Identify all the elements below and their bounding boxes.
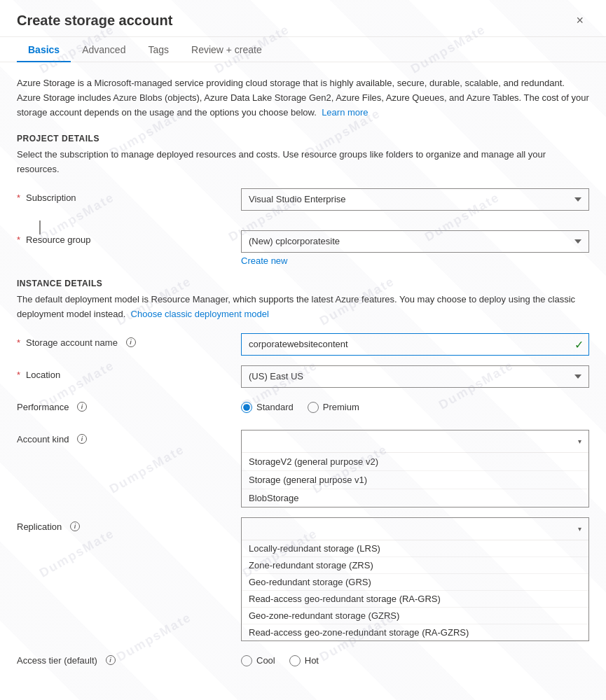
- location-dropdown[interactable]: (US) East US: [241, 365, 589, 388]
- access-tier-cool-option[interactable]: Cool: [241, 655, 275, 666]
- location-row: * Location (US) East US: [17, 365, 589, 388]
- account-kind-option-storage[interactable]: Storage (general purpose v1): [242, 471, 588, 489]
- dialog-header: Create storage account ×: [0, 0, 606, 37]
- form-content: Azure Storage is a Microsoft-managed ser…: [0, 62, 606, 697]
- replication-list: Locally-redundant storage (LRS) Zone-red…: [242, 540, 588, 640]
- account-kind-option-storagev2[interactable]: StorageV2 (general purpose v2): [242, 453, 588, 471]
- replication-info-icon[interactable]: i: [70, 522, 80, 531]
- subscription-dropdown[interactable]: Visual Studio Enterprise: [241, 188, 589, 211]
- subscription-label: * Subscription: [17, 188, 241, 203]
- replication-dropdown-wrapper: ▾ Locally-redundant storage (LRS) Zone-r…: [241, 517, 589, 641]
- close-button[interactable]: ×: [570, 11, 589, 29]
- performance-row: Performance i Standard Premium: [17, 398, 589, 420]
- access-tier-label: Access tier (default) i: [17, 651, 241, 666]
- replication-chevron-icon: ▾: [578, 525, 581, 533]
- subscription-control: Visual Studio Enterprise: [241, 188, 589, 211]
- tab-bar: Basics Advanced Tags Review + create: [0, 37, 606, 62]
- access-tier-cool-radio[interactable]: [241, 655, 252, 666]
- location-control: (US) East US: [241, 365, 589, 388]
- account-kind-dropdown-header[interactable]: ▾: [242, 430, 588, 453]
- access-tier-row: Access tier (default) i Cool Hot: [17, 651, 589, 673]
- intro-description: Azure Storage is a Microsoft-managed ser…: [17, 76, 589, 120]
- access-tier-control: Cool Hot: [241, 651, 589, 666]
- learn-more-link[interactable]: Learn more: [322, 107, 368, 118]
- storage-account-name-input[interactable]: [241, 333, 589, 356]
- performance-control: Standard Premium: [241, 398, 589, 413]
- access-tier-radio-group: Cool Hot: [241, 651, 589, 666]
- replication-option-lrs[interactable]: Locally-redundant storage (LRS): [242, 540, 588, 557]
- tab-advanced[interactable]: Advanced: [71, 37, 137, 62]
- storage-account-name-label: * Storage account name i: [17, 333, 241, 348]
- tab-tags[interactable]: Tags: [137, 37, 180, 62]
- storage-account-name-row: * Storage account name i ✓: [17, 333, 589, 356]
- dialog-title: Create storage account: [17, 13, 172, 29]
- project-details-header: PROJECT DETAILS: [17, 134, 589, 144]
- instance-details-desc: The default deployment model is Resource…: [17, 293, 589, 322]
- performance-label: Performance i: [17, 398, 241, 412]
- tab-basics[interactable]: Basics: [17, 37, 71, 62]
- account-kind-list: StorageV2 (general purpose v2) Storage (…: [242, 453, 588, 507]
- location-required: *: [17, 370, 20, 380]
- performance-standard-option[interactable]: Standard: [241, 402, 294, 413]
- resource-group-label: * Resource group: [17, 230, 241, 245]
- resource-group-control: (New) cplcorporatesite Create new: [241, 230, 589, 266]
- storage-name-required: *: [17, 337, 20, 348]
- account-kind-control: ▾ StorageV2 (general purpose v2) Storage…: [241, 430, 589, 507]
- replication-option-zrs[interactable]: Zone-redundant storage (ZRS): [242, 557, 588, 574]
- tab-review-create[interactable]: Review + create: [180, 37, 273, 62]
- access-tier-hot-option[interactable]: Hot: [289, 655, 319, 666]
- performance-standard-radio[interactable]: [241, 402, 252, 413]
- account-kind-info-icon[interactable]: i: [77, 434, 87, 444]
- create-storage-dialog: DumpsMate DumpsMate DumpsMate DumpsMate …: [0, 0, 606, 700]
- replication-option-grs[interactable]: Geo-redundant storage (GRS): [242, 574, 588, 591]
- choose-classic-link[interactable]: Choose classic deployment model: [131, 309, 269, 319]
- access-tier-info-icon[interactable]: i: [106, 655, 116, 665]
- account-kind-dropdown-wrapper: ▾ StorageV2 (general purpose v2) Storage…: [241, 430, 589, 507]
- access-tier-hot-radio[interactable]: [289, 655, 301, 666]
- performance-radio-group: Standard Premium: [241, 398, 589, 413]
- performance-info-icon[interactable]: i: [77, 402, 87, 412]
- instance-details-header: INSTANCE DETAILS: [17, 279, 589, 288]
- storage-name-info-icon[interactable]: i: [126, 337, 136, 347]
- account-kind-option-blobstorage[interactable]: BlobStorage: [242, 489, 588, 507]
- performance-premium-option[interactable]: Premium: [308, 402, 359, 413]
- storage-name-input-wrapper: ✓: [241, 333, 589, 356]
- replication-dropdown-header[interactable]: ▾: [242, 518, 588, 540]
- account-kind-label: Account kind i: [17, 430, 241, 444]
- create-new-link[interactable]: Create new: [241, 255, 287, 266]
- resource-group-row: * Resource group (New) cplcorporatesite …: [17, 230, 589, 266]
- project-details-desc: Select the subscription to manage deploy…: [17, 148, 589, 177]
- replication-label: Replication i: [17, 517, 241, 532]
- replication-option-gzrs[interactable]: Geo-zone-redundant storage (GZRS): [242, 608, 588, 624]
- subscription-required: *: [17, 192, 20, 203]
- account-kind-chevron-icon: ▾: [578, 438, 581, 445]
- replication-row: Replication i ▾ Locally-redundant storag…: [17, 517, 589, 641]
- resource-group-required: *: [17, 234, 20, 245]
- replication-option-ragrs[interactable]: Read-access geo-redundant storage (RA-GR…: [242, 591, 588, 608]
- replication-option-ragzrs[interactable]: Read-access geo-zone-redundant storage (…: [242, 624, 588, 640]
- resource-group-dropdown[interactable]: (New) cplcorporatesite: [241, 230, 589, 253]
- subscription-row: * Subscription Visual Studio Enterprise: [17, 188, 589, 211]
- storage-name-valid-icon: ✓: [574, 337, 584, 351]
- storage-account-name-control: ✓: [241, 333, 589, 356]
- performance-premium-radio[interactable]: [308, 402, 319, 413]
- location-label: * Location: [17, 365, 241, 380]
- account-kind-row: Account kind i ▾ StorageV2 (general purp…: [17, 430, 589, 507]
- replication-control: ▾ Locally-redundant storage (LRS) Zone-r…: [241, 517, 589, 641]
